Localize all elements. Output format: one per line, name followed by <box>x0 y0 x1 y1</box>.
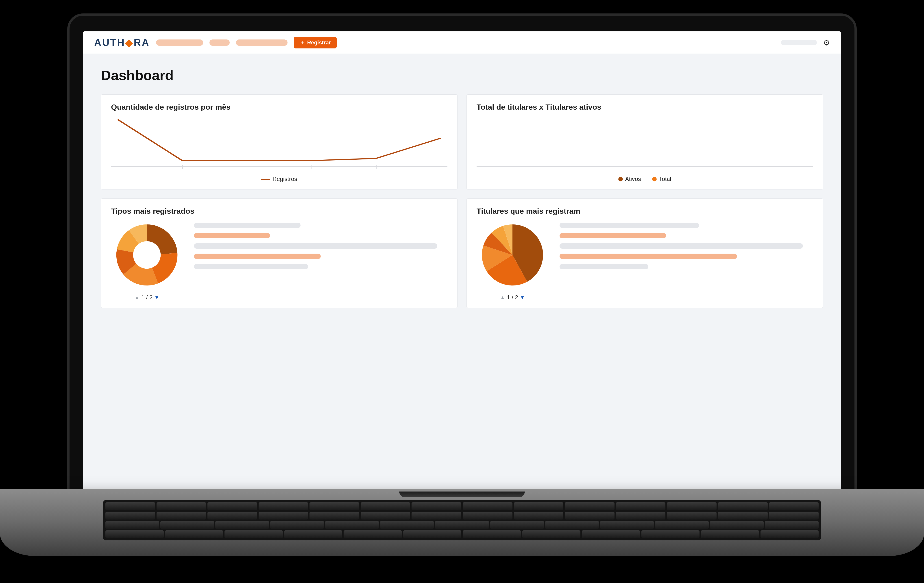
x-axis <box>477 166 813 166</box>
legend-label-total: Total <box>659 176 671 182</box>
legend-swatch-line <box>261 179 270 180</box>
laptop-base <box>0 489 924 556</box>
pager: ▲ 1 / 2 ▼ <box>500 294 525 301</box>
legend-dot-ativos <box>618 177 623 181</box>
legend-row <box>194 243 437 249</box>
card-title: Quantidade de registros por mês <box>111 103 447 112</box>
pager-next-icon[interactable]: ▼ <box>154 295 159 300</box>
plus-icon: ＋ <box>300 39 305 46</box>
bar-chart <box>477 117 813 171</box>
legend-row <box>559 254 737 259</box>
legend-row <box>559 223 699 228</box>
legend-dot-total <box>652 177 657 181</box>
line-chart <box>111 117 447 171</box>
card-tipos-registrados: Tipos mais registrados ▲ 1 / 2 ▼ <box>101 198 457 308</box>
register-label: Registrar <box>307 40 331 46</box>
line-legend: Registros <box>111 176 447 183</box>
page-title: Dashboard <box>101 67 823 83</box>
register-button[interactable]: ＋ Registrar <box>294 37 337 48</box>
card-registros-mes: Quantidade de registros por mês Registro… <box>101 94 457 189</box>
card-titulares-registram: Titulares que mais registram ▲ 1 / 2 ▼ <box>467 198 823 308</box>
donut-chart <box>113 221 180 288</box>
keyboard <box>103 500 821 540</box>
pager-next-icon[interactable]: ▼ <box>520 295 525 300</box>
legend-row <box>194 264 308 269</box>
nav-item-2[interactable] <box>210 40 229 46</box>
legend-row <box>194 233 270 238</box>
legend-row <box>194 223 300 228</box>
pie-legend-list <box>559 221 813 301</box>
legend-label: Registros <box>272 176 297 182</box>
card-titulares-ativos: Total de titulares x Titulares ativos At… <box>467 94 823 189</box>
pie-slice <box>147 224 177 254</box>
page-body: Dashboard Quantidade de registros por mê… <box>83 54 841 321</box>
legend-row <box>559 233 666 238</box>
brand-logo[interactable]: AUTH◆RA <box>94 37 150 48</box>
legend-row <box>559 243 803 249</box>
bar-legend: Ativos Total <box>477 176 813 183</box>
card-title: Total de titulares x Titulares ativos <box>477 103 813 112</box>
brand-post: RA <box>134 37 150 48</box>
pager-prev-icon[interactable]: ▲ <box>500 295 505 300</box>
nav-item-3[interactable] <box>236 40 287 46</box>
topbar: AUTH◆RA ＋ Registrar ⚙ <box>83 31 841 54</box>
gear-icon[interactable]: ⚙ <box>823 38 830 47</box>
pie-chart <box>479 221 546 288</box>
pager-prev-icon[interactable]: ▲ <box>135 295 140 300</box>
pager-text: 1 / 2 <box>507 294 518 301</box>
legend-row <box>559 264 648 269</box>
card-title: Titulares que mais registram <box>477 207 813 216</box>
brand-accent: ◆ <box>125 37 134 48</box>
card-title: Tipos mais registrados <box>111 207 447 216</box>
legend-label-ativos: Ativos <box>625 176 641 182</box>
pager-text: 1 / 2 <box>141 294 153 301</box>
legend-row <box>194 254 321 259</box>
brand-pre: AUTH <box>94 37 125 48</box>
user-chip[interactable] <box>781 40 817 45</box>
laptop-mock: AUTH◆RA ＋ Registrar ⚙ Dashboard <box>36 13 888 556</box>
nav-item-1[interactable] <box>156 40 203 46</box>
pager: ▲ 1 / 2 ▼ <box>135 294 159 301</box>
donut-legend-list <box>194 221 447 301</box>
app-screen: AUTH◆RA ＋ Registrar ⚙ Dashboard <box>83 31 841 489</box>
